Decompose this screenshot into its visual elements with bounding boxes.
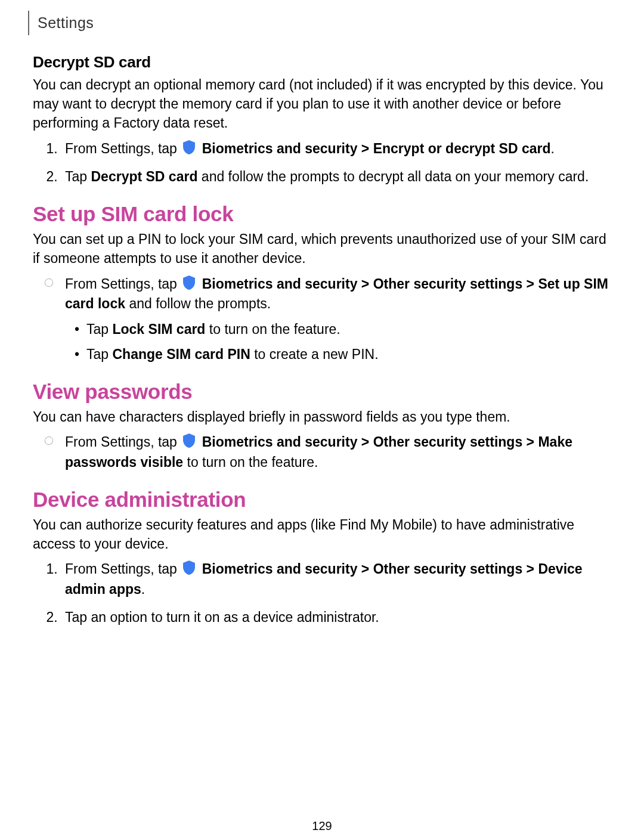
sim-inner-item: Tap Change SIM card PIN to create a new … xyxy=(86,345,611,364)
action-label: Decrypt SD card xyxy=(91,169,197,184)
text: From Settings, tap xyxy=(65,434,181,450)
text: and follow the prompts. xyxy=(125,296,271,311)
text: From Settings, tap xyxy=(65,561,181,577)
text: to turn on the feature. xyxy=(183,454,318,470)
text: Tap an option to turn it on as a device … xyxy=(65,609,379,625)
devadmin-step-2: Tap an option to turn it on as a device … xyxy=(61,608,611,627)
path-segment: Other security settings xyxy=(373,276,523,292)
decrypt-steps-list: From Settings, tap Biometrics and securi… xyxy=(33,139,611,187)
text: Tap xyxy=(86,346,112,362)
devadmin-step-1: From Settings, tap Biometrics and securi… xyxy=(61,559,611,599)
sim-instructions-list: From Settings, tap Biometrics and securi… xyxy=(33,274,611,364)
path-segment: Biometrics and security xyxy=(202,276,358,292)
path-separator: > xyxy=(522,561,538,577)
sim-inner-list: Tap Lock SIM card to turn on the feature… xyxy=(65,320,611,364)
section-desc-viewpw: You can have characters displayed briefl… xyxy=(33,407,611,426)
document-page: Settings Decrypt SD card You can decrypt… xyxy=(0,11,644,833)
sim-inner-item: Tap Lock SIM card to turn on the feature… xyxy=(86,320,611,339)
path-segment: Encrypt or decrypt SD card xyxy=(373,141,551,156)
path-separator: > xyxy=(522,434,538,450)
path-separator: > xyxy=(357,141,373,156)
decrypt-step-2: Tap Decrypt SD card and follow the promp… xyxy=(61,167,611,187)
devadmin-steps-list: From Settings, tap Biometrics and securi… xyxy=(33,559,611,627)
text: From Settings, tap xyxy=(65,141,181,156)
decrypt-step-1: From Settings, tap Biometrics and securi… xyxy=(61,139,611,159)
path-segment: Biometrics and security xyxy=(202,561,358,577)
viewpw-instructions-list: From Settings, tap Biometrics and securi… xyxy=(33,432,611,472)
path-separator: > xyxy=(357,561,373,577)
sim-instruction: From Settings, tap Biometrics and securi… xyxy=(61,274,611,364)
section-heading-view-passwords: View passwords xyxy=(33,380,611,404)
section-desc-devadmin: You can authorize security features and … xyxy=(33,515,611,553)
path-segment: Other security settings xyxy=(373,434,523,450)
page-number: 129 xyxy=(0,819,644,833)
text: to turn on the feature. xyxy=(205,321,340,337)
path-separator: > xyxy=(522,276,538,292)
section-heading-device-administration: Device administration xyxy=(33,488,611,512)
path-segment: Biometrics and security xyxy=(202,141,358,156)
text: . xyxy=(141,581,145,597)
text: . xyxy=(551,141,555,156)
section-desc-sim: You can set up a PIN to lock your SIM ca… xyxy=(33,230,611,268)
text: and follow the prompts to decrypt all da… xyxy=(197,169,589,184)
text: to create a new PIN. xyxy=(250,346,379,362)
section-heading-sim-card-lock: Set up SIM card lock xyxy=(33,202,611,226)
action-label: Lock SIM card xyxy=(112,321,205,337)
shield-icon xyxy=(182,275,196,290)
shield-icon xyxy=(182,140,196,155)
shield-icon xyxy=(182,560,196,575)
path-separator: > xyxy=(357,434,373,450)
text: From Settings, tap xyxy=(65,276,181,292)
viewpw-instruction: From Settings, tap Biometrics and securi… xyxy=(61,432,611,472)
page-header: Settings xyxy=(28,11,611,35)
path-segment: Other security settings xyxy=(373,561,523,577)
section-heading-decrypt-sd-card: Decrypt SD card xyxy=(33,53,611,72)
section-desc-decrypt: You can decrypt an optional memory card … xyxy=(33,75,611,133)
path-separator: > xyxy=(357,276,373,292)
action-label: Change SIM card PIN xyxy=(112,346,250,362)
path-segment: Biometrics and security xyxy=(202,434,358,450)
text: Tap xyxy=(65,169,91,184)
text: Tap xyxy=(86,321,112,337)
shield-icon xyxy=(182,433,196,448)
